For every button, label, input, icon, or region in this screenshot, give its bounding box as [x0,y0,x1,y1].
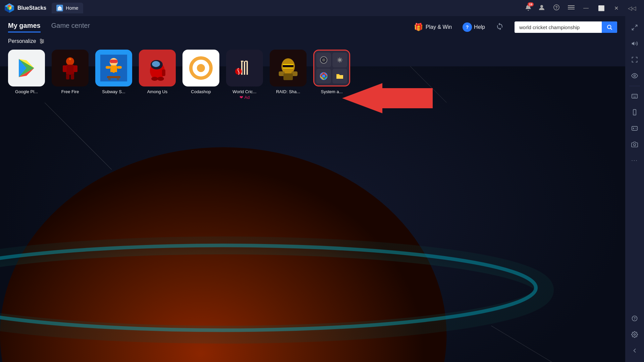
sidebar-keyboard-button[interactable] [627,89,642,104]
svg-rect-39 [71,74,74,79]
app-item-google-play[interactable]: Google Pl... [8,50,45,101]
svg-line-84 [632,28,634,30]
more-dots-icon: ··· [631,158,638,164]
nav-header: My games Game center 🎁 Play & Win ? Help [0,16,625,33]
app-icon-world-cricket [226,50,263,86]
gamepad-icon [631,125,638,132]
hamburger-icon [568,4,575,11]
sidebar-expand-button[interactable] [627,20,642,35]
bg-decoration [0,66,625,362]
app-item-codashop[interactable]: Codashop [182,50,219,101]
help-circle-icon: ? [463,22,472,32]
maximize-button[interactable]: ⬜ [594,3,609,13]
svg-rect-48 [114,72,117,77]
svg-marker-82 [342,83,433,113]
notification-button[interactable]: 19 [523,2,534,14]
sidebar-settings-button[interactable] [627,327,642,342]
svg-point-78 [322,58,325,62]
svg-rect-7 [58,8,62,10]
sidebar-volume-button[interactable] [627,36,642,51]
app-label-codashop: Codashop [191,89,211,94]
search-input[interactable] [515,22,602,33]
play-win-label: Play & Win [426,24,452,30]
app-icon-system [313,50,350,86]
search-icon [606,24,612,30]
search-button[interactable] [602,21,617,33]
svg-point-96 [636,128,637,129]
app-item-free-fire[interactable]: G Free Fire [52,50,89,101]
system-apps-grid [314,51,349,85]
personalize-row: Personalize [0,33,625,47]
game-center-tab[interactable]: Game center [51,22,90,33]
ad-label: Ad [245,95,250,100]
question-circle-icon: ? [553,4,560,11]
heart-icon: ❤ [239,95,243,100]
home-icon [57,6,62,10]
svg-rect-64 [244,61,245,75]
system-folder-icon [332,69,347,83]
help-button-nav[interactable]: ? Help [463,22,485,32]
sidebar-phone-button[interactable] [627,105,642,120]
tab-title: Home [66,5,78,11]
sidebar-fullscreen-button[interactable] [627,52,642,67]
app-icon-free-fire: G [52,50,89,86]
close-button[interactable]: ✕ [610,3,623,13]
svg-point-97 [634,144,636,146]
google-play-graphic [8,50,45,86]
minimize-button[interactable]: — [579,3,593,13]
sidebar-eye-button[interactable] [627,68,642,83]
fullscreen-icon [631,56,638,63]
svg-point-51 [117,77,119,80]
bluestacks-logo-icon [4,3,15,13]
profile-icon [538,4,545,11]
svg-rect-54 [162,69,165,76]
collapse-sidebar-button[interactable]: ◁◁ [624,3,640,13]
svg-rect-45 [106,66,110,69]
svg-rect-76 [283,67,293,68]
app-item-subway-surfers[interactable]: Subway S... [95,50,132,101]
app-icon-codashop [182,50,219,86]
gift-icon: 🎁 [414,23,423,32]
svg-rect-74 [283,73,293,80]
app-label-world-cricket: World Cric... [232,89,256,94]
sidebar-back-button[interactable] [627,343,642,358]
svg-point-80 [322,74,325,78]
among-us-graphic [139,50,176,86]
app-item-raid[interactable]: RAID: Sha... [270,50,307,101]
sliders-icon[interactable] [39,38,45,44]
sidebar-camera-button[interactable] [627,137,642,152]
system-gear-icon [332,53,347,67]
menu-button[interactable] [565,2,578,14]
gear-icon [631,331,638,338]
camera-icon [631,141,638,148]
codashop-graphic [182,50,219,86]
search-container [515,21,617,33]
raid-graphic [270,50,307,86]
app-icon-raid [270,50,307,86]
app-label-raid: RAID: Sha... [276,89,300,94]
profile-button[interactable] [535,2,548,14]
app-icon-google-play [8,50,45,86]
svg-rect-87 [632,94,638,98]
refresh-button[interactable] [496,22,504,32]
app-item-world-cricket[interactable]: World Cric... ❤ Ad [226,50,263,101]
svg-point-9 [540,5,543,8]
help-button[interactable]: ? [550,2,563,14]
svg-point-50 [108,77,111,80]
svg-point-61 [197,64,205,72]
app-label-among-us: Among Us [147,89,168,94]
svg-line-83 [635,25,637,27]
right-sidebar: ··· ? [625,16,644,362]
play-win-button[interactable]: 🎁 Play & Win [414,23,452,32]
svg-rect-44 [110,65,117,73]
app-item-among-us[interactable]: Among Us [139,50,176,101]
sidebar-gamepad-button[interactable] [627,121,642,136]
sidebar-more-button[interactable]: ··· [627,153,642,168]
home-tab[interactable]: Home [52,3,83,13]
svg-point-95 [636,128,636,128]
sidebar-question-button[interactable]: ? [627,311,642,326]
logo-area: BlueStacks [4,3,46,13]
notification-badge: 19 [528,2,534,6]
my-games-tab[interactable]: My games [8,22,41,33]
back-arrow-icon [631,347,638,354]
